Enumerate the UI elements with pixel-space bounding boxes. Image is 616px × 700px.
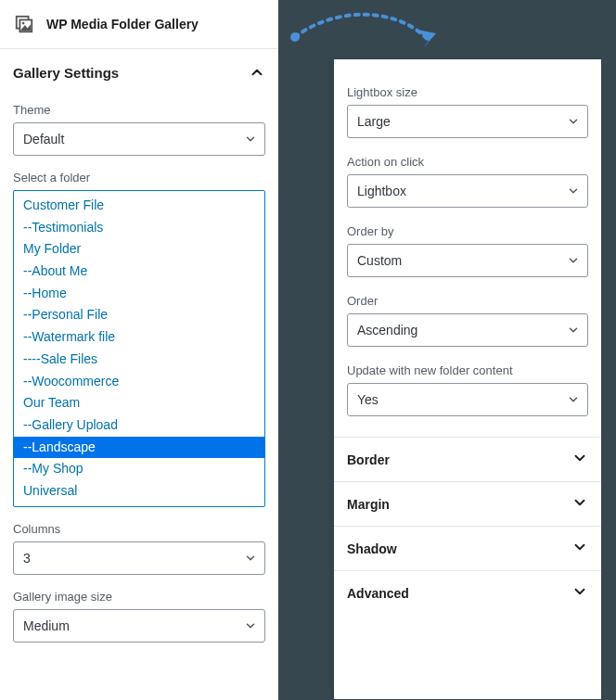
chevron-down-icon (567, 393, 580, 406)
update-folder-value: Yes (357, 392, 379, 407)
folder-option[interactable]: ----Sale Files (14, 349, 264, 371)
pointer-arrow (288, 11, 445, 57)
chevron-down-icon (567, 185, 580, 197)
folder-option[interactable]: --Watermark file (14, 326, 264, 349)
lightbox-size-label: Lightbox size (347, 85, 588, 99)
svg-point-3 (22, 22, 25, 25)
folder-option[interactable]: --Home (14, 283, 264, 305)
folder-option[interactable]: My Folder (14, 238, 264, 261)
folder-option[interactable]: --My Shop (14, 458, 264, 480)
action-click-select[interactable]: Lightbox (347, 174, 588, 208)
chevron-down-icon (567, 324, 580, 337)
accordion-margin-title: Margin (347, 497, 390, 512)
panel-header: WP Media Folder Gallery (0, 0, 278, 49)
folder-option[interactable]: Our Team (14, 392, 264, 414)
section-title: Gallery Settings (13, 65, 119, 81)
left-panel: WP Media Folder Gallery Gallery Settings… (0, 0, 278, 700)
chevron-down-icon (244, 133, 257, 146)
right-panel: Lightbox size Large Action on click Ligh… (334, 59, 601, 699)
chevron-down-icon (244, 619, 257, 632)
gallery-block-icon (13, 13, 35, 35)
folder-option[interactable]: --About Me (14, 261, 264, 283)
image-size-label: Gallery image size (13, 590, 265, 604)
accordion-border[interactable]: Border (334, 437, 601, 481)
folder-option[interactable]: --Testimonials (14, 217, 264, 239)
section-body: Theme Default Select a folder Customer F… (0, 103, 278, 657)
chevron-up-icon (249, 64, 265, 81)
theme-select[interactable]: Default (13, 122, 265, 156)
chevron-down-icon (567, 254, 580, 267)
gallery-settings-toggle[interactable]: Gallery Settings (0, 49, 278, 88)
chevron-down-icon (571, 583, 588, 604)
update-folder-select[interactable]: Yes (347, 383, 588, 416)
svg-point-0 (290, 32, 300, 42)
chevron-down-icon (571, 539, 588, 559)
accordion-margin[interactable]: Margin (334, 481, 601, 526)
folder-label: Select a folder (13, 171, 265, 185)
panel-title: WP Media Folder Gallery (46, 17, 199, 32)
chevron-down-icon (244, 552, 257, 565)
action-click-label: Action on click (347, 155, 588, 169)
accordion-shadow[interactable]: Shadow (334, 526, 601, 570)
folder-option[interactable]: --Woocommerce (14, 371, 264, 393)
lightbox-size-select[interactable]: Large (347, 105, 588, 138)
order-value: Ascending (357, 323, 417, 337)
accordion-border-title: Border (347, 452, 390, 467)
folder-select[interactable]: Customer File--TestimonialsMy Folder--Ab… (13, 190, 265, 507)
columns-select[interactable]: 3 (13, 541, 265, 575)
accordion-advanced-title: Advanced (347, 586, 409, 601)
lightbox-size-value: Large (357, 114, 391, 129)
image-size-select[interactable]: Medium (13, 609, 265, 643)
columns-label: Columns (13, 522, 265, 536)
accordion-shadow-title: Shadow (347, 541, 397, 556)
folder-option[interactable]: --Gallery Upload (14, 414, 264, 437)
chevron-down-icon (571, 450, 588, 470)
accordion-advanced[interactable]: Advanced (334, 570, 601, 615)
folder-option[interactable]: --Personal File (14, 304, 264, 326)
right-panel-body: Lightbox size Large Action on click Ligh… (334, 59, 601, 416)
theme-select-value: Default (23, 132, 64, 146)
folder-option[interactable]: Universal (14, 480, 264, 503)
folder-option[interactable]: --Landscape (14, 437, 264, 459)
folder-option[interactable]: Customer File (14, 195, 264, 217)
action-click-value: Lightbox (357, 184, 406, 198)
order-by-select[interactable]: Custom (347, 244, 588, 277)
image-size-select-value: Medium (23, 618, 70, 633)
theme-label: Theme (13, 103, 265, 117)
columns-select-value: 3 (23, 551, 31, 566)
chevron-down-icon (567, 115, 580, 128)
order-by-value: Custom (357, 253, 402, 268)
order-by-label: Order by (347, 224, 588, 238)
order-label: Order (347, 294, 588, 308)
chevron-down-icon (571, 494, 588, 515)
order-select[interactable]: Ascending (347, 313, 588, 347)
update-folder-label: Update with new folder content (347, 363, 588, 377)
